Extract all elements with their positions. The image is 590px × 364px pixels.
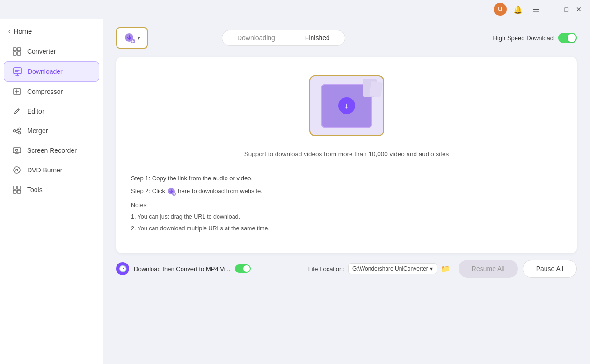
location-chevron-icon: ▾	[430, 265, 433, 272]
sidebar-item-tools[interactable]: Tools	[4, 180, 99, 200]
svg-rect-2	[13, 52, 16, 55]
bottom-bar: 🕐 Download then Convert to MP4 Vi... Fil…	[116, 253, 577, 285]
tab-downloading[interactable]: Downloading	[222, 30, 290, 45]
convert-toggle-row: 🕐 Download then Convert to MP4 Vi...	[116, 262, 300, 275]
illustration-area: ↓	[131, 68, 562, 143]
speed-toggle-area: High Speed Download	[493, 33, 577, 43]
downloader-icon	[13, 67, 22, 76]
speed-label: High Speed Download	[493, 35, 554, 42]
svg-point-11	[14, 167, 20, 173]
sidebar-item-converter[interactable]: Converter	[4, 42, 99, 61]
screen-recorder-label: Screen Recorder	[27, 147, 77, 154]
sidebar-item-downloader[interactable]: Downloader	[4, 61, 99, 82]
notes-title: Notes:	[131, 200, 562, 210]
step2-text: Step 2: Click here to download from webs…	[131, 186, 562, 196]
svg-rect-14	[17, 186, 21, 189]
editor-label: Editor	[27, 107, 44, 115]
download-plus-icon	[124, 32, 136, 44]
step2-prefix: Step 2: Click	[131, 187, 165, 194]
back-arrow-icon: ‹	[8, 28, 10, 35]
support-text: Support to download videos from more tha…	[131, 150, 562, 157]
tools-label: Tools	[27, 186, 43, 193]
titlebar: U 🔔 ☰ – □ ✕	[0, 0, 590, 19]
dvd-burner-label: DVD Burner	[27, 166, 62, 174]
toolbar: ▾ Downloading Finished High Speed Downlo…	[116, 27, 577, 49]
main-content: ▾ Downloading Finished High Speed Downlo…	[103, 19, 590, 364]
back-home-button[interactable]: ‹ Home	[0, 22, 103, 42]
sidebar: ‹ Home Converter Downloader Compressor	[0, 19, 103, 364]
add-download-button[interactable]: ▾	[116, 27, 148, 49]
converter-label: Converter	[27, 48, 56, 55]
svg-rect-1	[17, 48, 21, 51]
svg-rect-15	[13, 190, 16, 193]
app-body: ‹ Home Converter Downloader Compressor	[0, 19, 590, 364]
compressor-icon	[12, 87, 22, 96]
chevron-icon: ▾	[138, 35, 140, 41]
sidebar-item-dvd-burner[interactable]: DVD Burner	[4, 160, 99, 180]
dvd-burner-icon	[12, 165, 22, 175]
tab-group: Downloading Finished	[222, 30, 345, 46]
folder-illustration: ↓	[300, 68, 393, 143]
location-value: G:\Wondershare UniConverter	[352, 265, 428, 272]
action-buttons: Resume All Pause All	[459, 260, 577, 278]
note1: 1. You can just drag the URL to download…	[131, 212, 562, 222]
note2: 2. You can download multiple URLs at the…	[131, 224, 562, 234]
merger-label: Merger	[27, 127, 48, 135]
converter-icon	[12, 47, 22, 56]
convert-label: Download then Convert to MP4 Vi...	[134, 265, 230, 272]
close-button[interactable]: ✕	[573, 4, 584, 15]
bell-button[interactable]: 🔔	[511, 3, 524, 16]
resume-all-button[interactable]: Resume All	[459, 260, 518, 278]
divider	[131, 166, 562, 166]
step2-suffix: here to download from website.	[178, 187, 262, 194]
svg-rect-16	[17, 190, 21, 193]
speed-toggle[interactable]	[558, 33, 577, 43]
merger-icon	[12, 126, 22, 136]
svg-point-10	[16, 149, 18, 151]
center-card: ↓ Support to download videos from more t…	[116, 57, 577, 253]
sidebar-item-editor[interactable]: Editor	[4, 101, 99, 121]
pause-all-button[interactable]: Pause All	[523, 260, 577, 278]
maximize-button[interactable]: □	[562, 4, 571, 15]
sidebar-item-compressor[interactable]: Compressor	[4, 82, 99, 101]
tab-finished[interactable]: Finished	[290, 30, 345, 45]
menu-button[interactable]: ☰	[529, 3, 542, 16]
open-folder-icon[interactable]: 📁	[441, 264, 450, 273]
user-avatar[interactable]: U	[494, 3, 507, 16]
instructions: Step 1: Copy the link from the audio or …	[131, 173, 562, 236]
svg-rect-0	[13, 48, 16, 51]
downloader-label: Downloader	[28, 68, 63, 75]
folder-outer: ↓	[309, 75, 384, 136]
svg-rect-3	[17, 52, 21, 55]
toggle-knob	[568, 34, 576, 42]
file-location-row: File Location: G:\Wondershare UniConvert…	[308, 263, 450, 274]
file-location-label: File Location:	[308, 265, 344, 272]
doc-shape-2	[369, 81, 382, 97]
sidebar-item-merger[interactable]: Merger	[4, 121, 99, 141]
sidebar-item-screen-recorder[interactable]: Screen Recorder	[4, 141, 99, 160]
svg-rect-13	[13, 186, 16, 189]
clock-icon: 🕐	[116, 262, 129, 275]
convert-toggle-knob	[243, 265, 250, 272]
svg-rect-9	[13, 148, 21, 153]
location-select[interactable]: G:\Wondershare UniConverter ▾	[348, 263, 437, 274]
tools-icon	[12, 185, 22, 194]
compressor-label: Compressor	[27, 88, 63, 95]
minimize-button[interactable]: –	[551, 4, 560, 15]
convert-toggle[interactable]	[235, 264, 251, 273]
svg-point-12	[16, 169, 18, 171]
editor-icon	[12, 107, 22, 116]
download-inline-icon	[167, 187, 176, 196]
home-label: Home	[13, 27, 32, 35]
step1-text: Step 1: Copy the link from the audio or …	[131, 173, 562, 184]
notes: Notes: 1. You can just drag the URL to d…	[131, 200, 562, 234]
screen-recorder-icon	[12, 146, 22, 155]
